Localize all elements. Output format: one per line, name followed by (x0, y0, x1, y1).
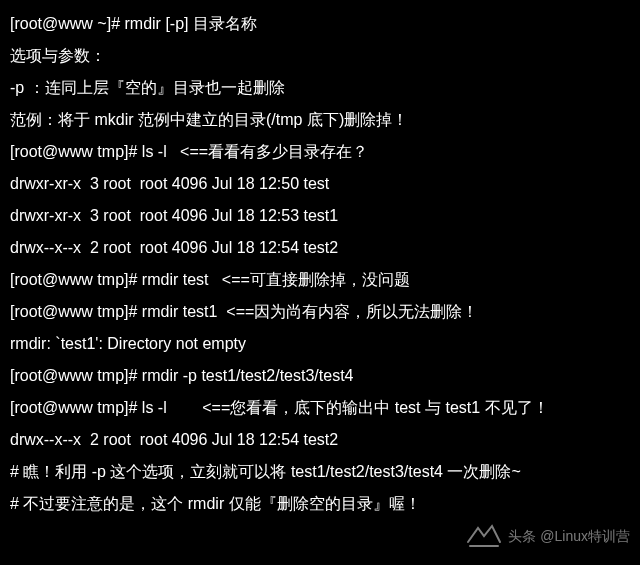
terminal-line: rmdir: `test1': Directory not empty (10, 328, 630, 360)
watermark-text: 头条 @Linux特训营 (508, 522, 630, 550)
terminal-line: [root@www ~]# rmdir [-p] 目录名称 (10, 8, 630, 40)
terminal-line: [root@www tmp]# rmdir test1 <==因为尚有内容，所以… (10, 296, 630, 328)
terminal-line: [root@www tmp]# rmdir -p test1/test2/tes… (10, 360, 630, 392)
terminal-line: [root@www tmp]# ls -l <==看看有多少目录存在？ (10, 136, 630, 168)
toutiao-logo-icon (466, 522, 502, 550)
terminal-line: drwx--x--x 2 root root 4096 Jul 18 12:54… (10, 424, 630, 456)
terminal-line: drwx--x--x 2 root root 4096 Jul 18 12:54… (10, 232, 630, 264)
terminal-line: 选项与参数： (10, 40, 630, 72)
terminal-line: drwxr-xr-x 3 root root 4096 Jul 18 12:53… (10, 200, 630, 232)
terminal-line: [root@www tmp]# ls -l <==您看看，底下的输出中 test… (10, 392, 630, 424)
terminal-line: # 不过要注意的是，这个 rmdir 仅能『删除空的目录』喔！ (10, 488, 630, 520)
terminal-line: 范例：将于 mkdir 范例中建立的目录(/tmp 底下)删除掉！ (10, 104, 630, 136)
terminal-output: [root@www ~]# rmdir [-p] 目录名称 选项与参数： -p … (10, 8, 630, 520)
terminal-line: -p ：连同上层『空的』目录也一起删除 (10, 72, 630, 104)
terminal-line: drwxr-xr-x 3 root root 4096 Jul 18 12:50… (10, 168, 630, 200)
terminal-line: [root@www tmp]# rmdir test <==可直接删除掉，没问题 (10, 264, 630, 296)
watermark: 头条 @Linux特训营 (466, 522, 630, 550)
terminal-line: # 瞧！利用 -p 这个选项，立刻就可以将 test1/test2/test3/… (10, 456, 630, 488)
